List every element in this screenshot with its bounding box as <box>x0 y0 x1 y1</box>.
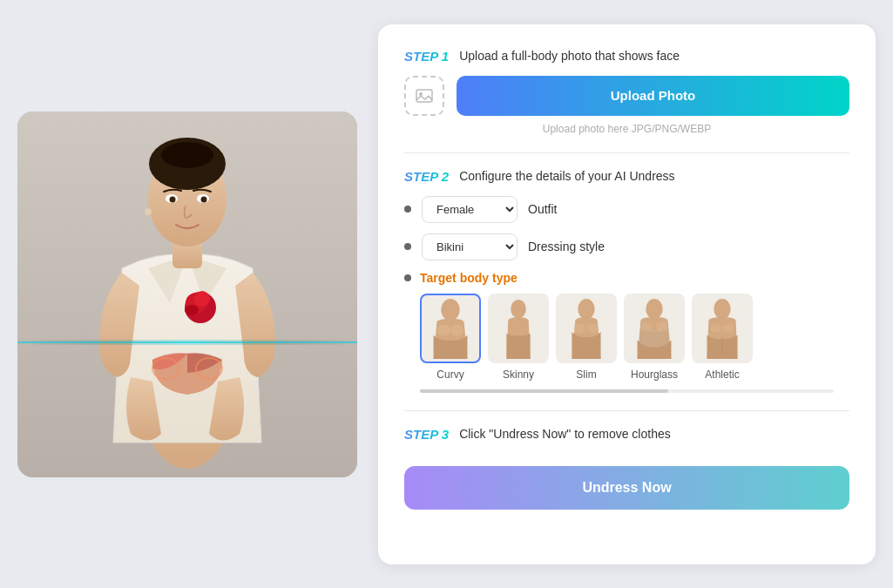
upload-icon-box <box>404 76 444 116</box>
person-illustration <box>17 112 357 477</box>
body-type-athletic[interactable]: Athletic <box>692 294 753 381</box>
body-type-hourglass-img <box>624 294 685 363</box>
svg-rect-20 <box>416 90 432 102</box>
body-types-grid: Curvy Skinny <box>420 294 849 381</box>
step1-section: STEP 1 Upload a full-body photo that sho… <box>404 49 849 135</box>
dressing-style-select[interactable]: Bikini Lingerie Nude <box>422 233 518 260</box>
svg-point-9 <box>170 196 176 202</box>
svg-point-33 <box>646 298 662 318</box>
body-type-skinny[interactable]: Skinny <box>488 294 549 381</box>
dressing-style-label: Dressing style <box>528 240 605 253</box>
svg-point-27 <box>511 299 526 317</box>
upload-photo-button[interactable]: Upload Photo <box>457 76 849 116</box>
body-type-curvy-img <box>420 294 481 363</box>
bullet-outfit <box>404 206 411 213</box>
body-type-slim[interactable]: Slim <box>556 294 617 381</box>
body-type-slim-label: Slim <box>576 368 596 381</box>
step2-section: STEP 2 Configure the details of your AI … <box>404 169 849 393</box>
svg-point-31 <box>587 323 599 334</box>
slim-figure <box>560 298 612 359</box>
svg-point-14 <box>194 291 210 307</box>
body-type-athletic-img <box>692 294 753 363</box>
skinny-figure <box>492 298 545 359</box>
body-type-skinny-label: Skinny <box>503 368 534 381</box>
body-type-curvy-label: Curvy <box>436 368 463 381</box>
svg-point-15 <box>185 305 199 315</box>
body-type-hourglass[interactable]: Hourglass <box>624 294 685 381</box>
step1-description: Upload a full-body photo that shows face <box>459 49 680 63</box>
body-type-curvy[interactable]: Curvy <box>420 294 481 381</box>
body-type-slim-img <box>556 294 617 363</box>
svg-point-25 <box>450 324 464 336</box>
svg-point-23 <box>441 298 459 320</box>
svg-rect-19 <box>17 340 357 345</box>
scroll-indicator <box>420 389 834 393</box>
step3-label: STEP 3 <box>404 427 449 442</box>
step3-description: Click "Undress Now" to remove clothes <box>459 427 671 441</box>
body-type-hourglass-label: Hourglass <box>631 368 678 381</box>
undress-now-button[interactable]: Undress Now <box>404 466 849 510</box>
step1-label: STEP 1 <box>404 49 449 64</box>
upload-hint: Upload photo here JPG/PNG/WEBP <box>404 123 849 135</box>
upload-area: Upload Photo <box>404 76 849 116</box>
svg-point-34 <box>640 321 653 332</box>
divider-2 <box>404 410 849 411</box>
svg-point-37 <box>714 298 730 318</box>
dressing-style-row: Bikini Lingerie Nude Dressing style <box>404 233 849 260</box>
svg-point-30 <box>573 323 585 334</box>
scroll-thumb <box>420 389 668 393</box>
svg-point-39 <box>723 324 735 333</box>
photo-panel <box>17 112 357 477</box>
step1-header: STEP 1 Upload a full-body photo that sho… <box>404 49 849 64</box>
step2-description: Configure the details of your AI Undress <box>459 169 674 183</box>
bullet-body <box>404 274 411 281</box>
image-icon <box>415 86 434 105</box>
step2-header: STEP 2 Configure the details of your AI … <box>404 169 849 184</box>
step3-header: STEP 3 Click "Undress Now" to remove clo… <box>404 427 849 442</box>
svg-point-10 <box>201 196 207 202</box>
svg-point-35 <box>656 321 668 332</box>
svg-point-24 <box>436 324 450 336</box>
divider-1 <box>404 152 849 153</box>
step3-section: STEP 3 Click "Undress Now" to remove clo… <box>404 427 849 510</box>
curvy-figure <box>424 298 477 359</box>
svg-point-11 <box>145 208 152 215</box>
hourglass-figure <box>628 298 680 359</box>
photo-preview <box>17 112 357 477</box>
outfit-row: Female Male Outfit <box>404 196 849 223</box>
body-type-text: Target body type <box>420 271 518 285</box>
body-type-label-row: Target body type <box>404 271 849 285</box>
step2-label: STEP 2 <box>404 169 449 184</box>
main-container: STEP 1 Upload a full-body photo that sho… <box>0 0 893 588</box>
svg-point-29 <box>578 298 594 318</box>
config-panel: STEP 1 Upload a full-body photo that sho… <box>378 24 876 564</box>
outfit-label: Outfit <box>528 202 557 216</box>
svg-point-38 <box>709 324 721 333</box>
body-type-athletic-label: Athletic <box>705 368 739 381</box>
outfit-select[interactable]: Female Male <box>422 196 518 223</box>
body-type-skinny-img <box>488 294 549 363</box>
athletic-figure <box>696 298 748 359</box>
svg-point-6 <box>161 142 213 168</box>
bullet-style <box>404 243 411 250</box>
